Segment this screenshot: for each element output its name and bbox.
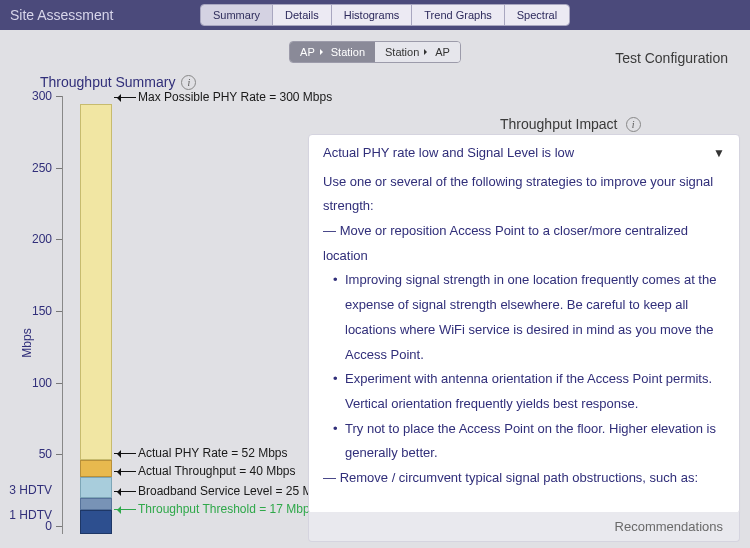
panel-list: Move or reposition Access Point to a clo… xyxy=(323,219,725,491)
dir-station-label-2: Station xyxy=(385,42,419,62)
hdtv-mark-3: 3 HDTV xyxy=(9,483,62,497)
arrow-left-icon xyxy=(114,491,136,492)
arrow-left-icon xyxy=(114,97,136,98)
annot-broadband: Broadband Service Level = 25 Mbps xyxy=(114,484,332,498)
list-item: Remove / circumvent typical signal path … xyxy=(323,466,725,491)
subheader: AP Station Station AP Test Configuration xyxy=(0,30,750,74)
tick-label: 250 xyxy=(32,161,62,175)
annot-threshold: Throughput Threshold = 17 Mbps xyxy=(114,502,316,516)
y-axis-label: Mbps xyxy=(20,328,34,357)
app-header: Site Assessment Summary Details Histogra… xyxy=(0,0,750,30)
annot-threshold-text: Throughput Threshold = 17 Mbps xyxy=(138,502,316,516)
throughput-summary-label: Throughput Summary xyxy=(40,74,175,90)
list-item: Experiment with antenna orientation if t… xyxy=(323,367,725,416)
tab-spectral[interactable]: Spectral xyxy=(505,5,569,25)
throughput-chart: Mbps 300 250 200 150 100 50 0 3 HDTV 1 H… xyxy=(62,96,312,542)
dir-station-label: Station xyxy=(331,42,365,62)
tick-label: 100 xyxy=(32,376,62,390)
annot-actual-tp-text: Actual Throughput = 40 Mbps xyxy=(138,464,296,478)
tick-label: 200 xyxy=(32,232,62,246)
main-tabbar: Summary Details Histograms Trend Graphs … xyxy=(200,4,570,26)
seg-broadband xyxy=(80,498,112,510)
arrow-right-icon xyxy=(320,49,326,55)
annot-broadband-text: Broadband Service Level = 25 Mbps xyxy=(138,484,332,498)
throughput-impact-label: Throughput Impact xyxy=(500,116,618,132)
arrow-left-icon xyxy=(114,471,136,472)
dir-ap-label-2: AP xyxy=(435,42,450,62)
panel-intro: Use one or several of the following stra… xyxy=(323,170,725,219)
panel-heading-text: Actual PHY rate low and Signal Level is … xyxy=(323,141,574,166)
chevron-down-icon: ▼ xyxy=(713,142,725,165)
list-item: Move or reposition Access Point to a clo… xyxy=(323,219,725,268)
direction-toggle: AP Station Station AP xyxy=(289,41,461,63)
tick-label: 300 xyxy=(32,89,62,103)
direction-station-to-ap[interactable]: Station AP xyxy=(375,42,460,62)
seg-actual-tp xyxy=(80,477,112,498)
info-icon[interactable]: i xyxy=(181,75,196,90)
recommendations-label: Recommendations xyxy=(615,519,723,534)
notch-icon xyxy=(677,505,691,519)
arrow-left-icon xyxy=(114,509,136,510)
seg-threshold xyxy=(80,510,112,534)
throughput-impact-title: Throughput Impact i xyxy=(500,116,641,132)
tick-label: 50 xyxy=(39,447,62,461)
seg-actual-phy xyxy=(80,460,112,477)
direction-ap-to-station[interactable]: AP Station xyxy=(290,42,375,62)
tick-label: 150 xyxy=(32,304,62,318)
annot-max-phy: Max Possible PHY Rate = 300 Mbps xyxy=(114,90,332,104)
app-title: Site Assessment xyxy=(10,7,200,23)
arrow-right-icon xyxy=(424,49,430,55)
dir-ap-label: AP xyxy=(300,42,315,62)
impact-panel: Actual PHY rate low and Signal Level is … xyxy=(308,134,740,514)
recommendations-tab[interactable]: Recommendations xyxy=(308,512,740,542)
content-area: Throughput Summary i Mbps 300 250 200 15… xyxy=(0,74,750,548)
hdtv-mark-1: 1 HDTV xyxy=(9,508,62,522)
list-item: Try not to place the Access Point on the… xyxy=(323,417,725,466)
test-configuration-link[interactable]: Test Configuration xyxy=(615,50,728,66)
annot-actual-tp: Actual Throughput = 40 Mbps xyxy=(114,464,296,478)
y-axis xyxy=(62,96,63,534)
throughput-summary-title: Throughput Summary i xyxy=(40,74,196,90)
bar-stack xyxy=(80,104,112,534)
list-item: Improving signal strength in one locatio… xyxy=(323,268,725,367)
annot-actual-phy: Actual PHY Rate = 52 Mbps xyxy=(114,446,288,460)
info-icon[interactable]: i xyxy=(626,117,641,132)
seg-max-phy xyxy=(80,104,112,460)
tab-trend-graphs[interactable]: Trend Graphs xyxy=(412,5,504,25)
tab-details[interactable]: Details xyxy=(273,5,332,25)
arrow-left-icon xyxy=(114,453,136,454)
annot-actual-phy-text: Actual PHY Rate = 52 Mbps xyxy=(138,446,288,460)
annot-max-phy-text: Max Possible PHY Rate = 300 Mbps xyxy=(138,90,332,104)
panel-header[interactable]: Actual PHY rate low and Signal Level is … xyxy=(323,141,725,166)
tab-summary[interactable]: Summary xyxy=(201,5,273,25)
tab-histograms[interactable]: Histograms xyxy=(332,5,413,25)
